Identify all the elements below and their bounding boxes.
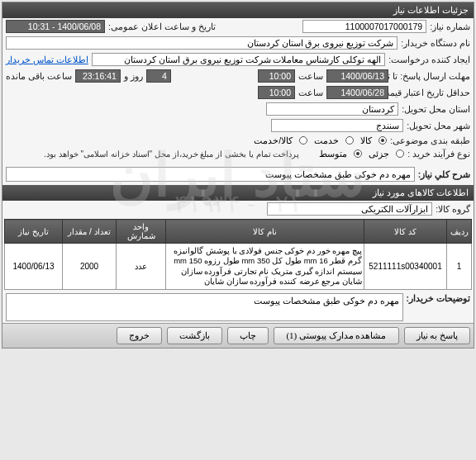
table-header-row: ردیف کد کالا نام کالا واحد شمارش تعداد /… [5, 220, 472, 244]
announce-value: 1400/06/08 - 10:31 [6, 20, 105, 33]
validity-time: 10:00 [258, 86, 295, 99]
th-date: تاریخ نیاز [5, 220, 63, 244]
category-radio-group: کالا خدمت کالا/خدمت [254, 135, 387, 145]
contact-link[interactable]: اطلاعات تماس خریدار [6, 55, 88, 64]
purchase-type-label: نوع فرآیند خرید : [407, 149, 470, 159]
buyer-org-value: شرکت توزیع نیروی برق استان کردستان [6, 36, 397, 50]
remaining-time: 23:16:41 [75, 69, 121, 83]
buyer-org-label: نام دستگاه خریدار: [401, 38, 470, 48]
cell-code: 5211111s00340001 [364, 244, 447, 290]
deadline-date: 1400/06/13 [326, 69, 388, 83]
radio-service[interactable] [345, 136, 354, 145]
radio-goods[interactable] [378, 136, 387, 145]
need-number-value: 1100007017000179 [302, 20, 426, 33]
requester-label: ایجاد کننده درخواست: [388, 55, 470, 64]
buyer-notes-label: توضیحات خریدار: [407, 293, 470, 303]
announce-label: تاریخ و ساعت اعلان عمومی: [108, 21, 216, 31]
pt-small-label: جزئی [369, 149, 389, 159]
time-label-1: ساعت [298, 71, 323, 81]
need-number-label: شماره نیاز: [430, 21, 470, 31]
cat-goods-label: کالا [360, 135, 372, 145]
th-unit: واحد شمارش [117, 220, 166, 244]
time-label-2: ساعت [298, 88, 323, 97]
items-section-title: اطلاعات کالاهای مورد نیاز [2, 185, 474, 201]
th-code: کد کالا [364, 220, 447, 244]
cell-qty: 2000 [63, 244, 117, 290]
attachments-button[interactable]: مشاهده مدارک پیوستی (1) [274, 327, 398, 344]
cell-date: 1400/06/13 [5, 244, 63, 290]
day-and-label: روز و [124, 71, 143, 81]
items-table: ردیف کد کالا نام کالا واحد شمارش تعداد /… [4, 219, 472, 290]
validity-label: حداقل تاریخ اعتبار قیمت: تا تاریخ: [392, 88, 470, 97]
cat-both-label: کالا/خدمت [254, 135, 293, 145]
th-name: نام کالا [166, 220, 364, 244]
pt-medium-label: متوسط [319, 149, 347, 159]
validity-date: 1400/06/28 [326, 86, 388, 99]
th-idx: ردیف [447, 220, 472, 244]
th-qty: تعداد / مقدار [63, 220, 117, 244]
main-panel: جزئیات اطلاعات نیاز شماره نیاز: 11000070… [2, 2, 474, 349]
table-row: 1 5211111s00340001 پیچ مهره خور دم خوکی … [5, 244, 472, 290]
desc-value: مهره دم خوکی طبق مشخصات پیوست [6, 167, 415, 182]
group-label: گروه کالا: [436, 204, 470, 214]
deadline-time: 10:00 [258, 69, 295, 83]
city-label: شهر محل تحویل: [407, 121, 470, 130]
footer-bar: پاسخ به نیاز مشاهده مدارک پیوستی (1) چاپ… [2, 323, 474, 348]
buyer-notes-value: مهره دم خوکی طبق مشخصات پیوست [6, 293, 403, 321]
cell-idx: 1 [447, 244, 472, 290]
category-label: طبقه بندی موضوعی: [390, 135, 470, 145]
cat-service-label: خدمت [314, 135, 339, 145]
radio-both[interactable] [299, 136, 307, 145]
province-label: استان محل تحویل: [402, 104, 470, 114]
exit-button[interactable]: خروج [117, 327, 162, 344]
purchase-type-radio-group: جزئی متوسط [319, 149, 404, 159]
print-button[interactable]: چاپ [227, 327, 269, 344]
deadline-label: مهلت ارسال پاسخ: تا تاریخ: [392, 71, 470, 81]
back-button[interactable]: بازگشت [167, 327, 222, 344]
panel-title: جزئیات اطلاعات نیاز [2, 2, 474, 18]
purchase-note: پرداخت تمام یا بخشی از مبلغ خرید،از محل … [44, 149, 299, 159]
remaining-days: 4 [146, 69, 171, 83]
requester-value: الهه توکلی کارشناس معاملات شرکت توزیع نی… [92, 53, 385, 66]
radio-medium[interactable] [354, 149, 362, 158]
radio-small[interactable] [396, 149, 404, 158]
group-value: ابزارآلات الکتریکی [267, 202, 432, 216]
province-value: کردستان [266, 102, 398, 116]
desc-label: شرح کلي نیاز: [418, 169, 470, 179]
reply-button[interactable]: پاسخ به نیاز [404, 327, 471, 344]
cell-unit: عدد [117, 244, 166, 290]
cell-name: پیچ مهره خور دم خوکی جنس فولادی با پوشش … [166, 244, 364, 290]
city-value: سنندج [271, 119, 403, 132]
remaining-suffix: ساعت باقی مانده [6, 71, 72, 81]
